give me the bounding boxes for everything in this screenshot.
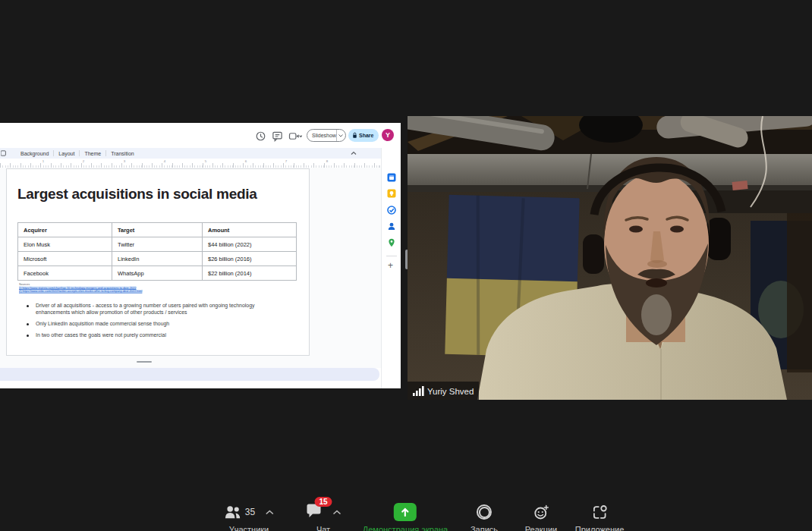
ruler-number: 7 [285,159,287,162]
ruler-number: 4 [164,159,165,162]
maps-icon[interactable] [387,238,396,247]
gslides-toolbar: BackgroundLayoutThemeTransition [0,148,381,159]
menu-item-background[interactable]: Background [16,151,53,156]
ruler-number: 5 [204,159,206,162]
table-header-cell: Target [112,223,203,237]
share-label: Share [359,133,373,138]
table-cell: Microsoft [18,252,112,266]
chat-control[interactable]: 15 Чат [306,502,341,531]
ruler-number: 8 [326,159,328,162]
version-history-icon[interactable] [255,130,266,142]
table-cell: Twitter [112,237,203,252]
slide-canvas: Largest acquisitions in social media Acq… [0,168,381,368]
slide-bullet: Only LinkedIn acquisition made commercia… [22,321,274,328]
ruler-number: 3 [124,159,125,162]
apps-label: Приложение [575,525,625,531]
table-cell: Elon Musk [18,237,112,252]
present-to-meeting-icon[interactable] [288,130,302,142]
chat-menu-chevron[interactable] [333,510,341,515]
side-panel-divider [386,256,397,256]
slide-title: Largest acquisitions in social media [17,186,257,203]
menu-item-theme[interactable]: Theme [80,151,105,156]
record-label: Запись [471,525,498,531]
add-side-panel-app-button[interactable]: + [388,260,393,271]
presenter-video-tile: Yuriy Shved [408,116,812,400]
participants-count: 35 [245,507,255,517]
select-tool-icon[interactable] [1,150,7,156]
google-side-panel: + [381,148,401,388]
ruler-number: 1 [42,159,44,162]
participants-icon [224,504,241,520]
slideshow-button[interactable]: Slideshow [307,129,346,142]
chat-label: Чат [316,525,330,531]
acquisitions-table: AcquirerTargetAmountElon MuskTwitter$44 … [17,222,297,281]
presenter-name: Yuriy Shved [427,387,474,396]
account-avatar[interactable]: Y [382,129,394,141]
participants-label: Участники [229,525,269,531]
chevron-down-icon [338,134,343,137]
meeting-window: Slideshow Share Y BackgroundLayo [0,0,812,531]
speaker-notes-resize-handle[interactable] [137,361,152,363]
reactions-smiley-icon [533,504,549,520]
share-button[interactable]: Share [348,129,379,142]
table-cell: $44 billion (2022) [203,237,297,252]
chat-unread-badge: 15 [315,497,332,507]
apps-control[interactable]: Приложение [575,502,625,531]
horizontal-ruler: 12345678 [0,159,381,168]
apps-icon [592,504,608,520]
shared-screen-google-slides: Slideshow Share Y BackgroundLayo [0,123,401,388]
menu-item-transition[interactable]: Transition [106,151,138,156]
contacts-icon[interactable] [387,222,396,231]
record-control[interactable]: Запись [471,502,498,531]
participant-name-tag: Yuriy Shved [408,382,479,400]
table-cell: WhatsApp [112,266,203,281]
slide-bullets: Driver of all acquisitions - access to a… [22,303,274,344]
participants-control[interactable]: 35 Участники [224,502,274,531]
ruler-number: 6 [245,159,247,162]
table-cell: $22 billion (2014) [203,266,297,281]
reactions-control[interactable]: Реакции [525,502,558,531]
reactions-label: Реакции [525,525,558,531]
ruler-number: 2 [83,159,84,162]
source-link[interactable]: 2) https://www.cnbc.com/2022/twitter-acc… [19,290,142,293]
table-row: FacebookWhatsApp$22 billion (2014) [18,266,297,281]
participants-menu-chevron[interactable] [266,510,274,515]
menu-item-layout[interactable]: Layout [54,151,79,156]
table-cell: LinkedIn [112,252,203,266]
gslides-header: Slideshow Share Y [0,123,401,148]
sources-block: Sources 1) https://www.statista.com/char… [19,283,142,293]
comments-icon[interactable] [272,130,283,142]
table-row: Elon MuskTwitter$44 billion (2022) [18,237,297,252]
table-row: MicrosoftLinkedIn$26 billion (2016) [18,252,297,266]
lock-icon [352,132,357,139]
table-cell: Facebook [18,266,112,281]
slide-page: Largest acquisitions in social media Acq… [6,168,310,356]
slide-bullet: Driver of all acquisitions - access to a… [22,303,274,316]
presenter-video-frame: Yuriy Shved [408,116,812,400]
collapse-menus-icon[interactable] [351,151,357,156]
slide-bullet: In two other cases the goals were not pu… [22,332,274,339]
table-header-cell: Acquirer [18,223,112,237]
tasks-icon[interactable] [387,206,396,215]
share-up-arrow-icon [398,505,412,519]
keep-notes-icon[interactable] [387,189,396,198]
screen-share-button[interactable] [394,503,417,521]
screen-share-label: Демонстрация экрана [363,525,448,531]
table-header-row: AcquirerTargetAmount [18,223,297,237]
slideshow-dropdown[interactable] [336,130,345,141]
table-cell: $26 billion (2016) [203,252,297,266]
table-header-cell: Amount [203,223,297,237]
slideshow-label: Slideshow [307,133,336,138]
speaker-notes-bar[interactable] [0,368,379,381]
gslides-menu: BackgroundLayoutThemeTransition [16,150,139,156]
record-icon [477,504,492,520]
screen-share-control[interactable]: Демонстрация экрана [363,502,448,531]
calendar-icon[interactable] [387,173,396,182]
